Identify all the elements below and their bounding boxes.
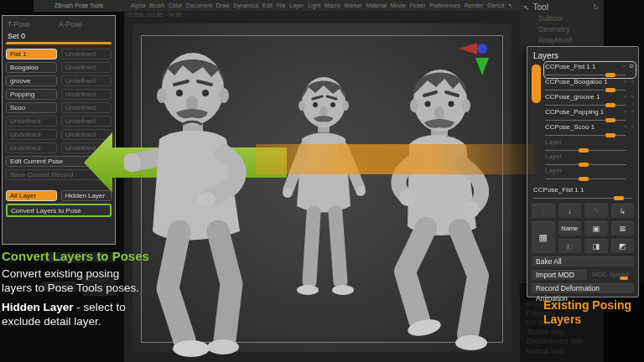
pose-button-undefined[interactable]: Undefined <box>61 116 112 127</box>
tool-item-geometry[interactable]: Geometry <box>538 24 604 35</box>
layer-row-groove[interactable]: CCPose_groove 1 ● ● <box>545 93 635 107</box>
menu-item-stencil[interactable]: Stencil <box>487 3 504 8</box>
pose-button-undefined[interactable]: Undefined <box>61 89 112 100</box>
pose-button-scoo[interactable]: Scoo <box>6 102 57 113</box>
duplicate-layer-button[interactable]: ▣ <box>584 220 609 236</box>
move-layer-down-button[interactable]: ↓ <box>558 203 583 219</box>
character-right <box>398 70 487 350</box>
menu-item-light[interactable]: Light <box>308 3 320 8</box>
pose-button-undefined[interactable]: Undefined <box>61 49 112 59</box>
layer-slider[interactable] <box>545 132 626 136</box>
record-toggle-icon[interactable]: ● <box>624 123 628 129</box>
pose-button-popping[interactable]: Popping <box>6 89 57 100</box>
split-to-layers-button[interactable]: ◩ <box>610 238 636 254</box>
convert-layers-to-pose-button[interactable]: Convert Layers to Pose <box>6 204 112 217</box>
record-toggle-icon[interactable]: ● <box>624 108 628 114</box>
visibility-toggle-icon[interactable]: ● <box>631 93 635 99</box>
pose-row: Fist 1 Undefined <box>6 49 112 59</box>
layer-row-boogaloo[interactable]: CCPose_Boogaloo 1 ● ● <box>545 78 635 92</box>
set-label[interactable]: Set 0 <box>8 32 112 40</box>
import-mdd-button[interactable]: Import MDD <box>531 269 588 281</box>
menu-item-material[interactable]: Material <box>366 3 387 8</box>
tool-item-subtool[interactable]: Subtool <box>538 13 604 24</box>
tool-cursor-icon: ↖ <box>523 3 530 12</box>
layer-slider[interactable] <box>545 147 626 151</box>
pose-button-undefined[interactable]: Undefined <box>6 116 57 127</box>
all-layer-button[interactable]: All Layer <box>6 190 57 201</box>
pose-button-fist1[interactable]: Fist 1 <box>6 49 57 59</box>
pose-button-undefined[interactable]: Undefined <box>61 75 112 86</box>
rename-layer-button[interactable]: Name <box>558 220 583 236</box>
menu-item-dynamics[interactable]: Dynamics <box>233 3 258 8</box>
record-toggle-icon[interactable]: ● <box>624 93 628 99</box>
delete-layer-button[interactable]: ⊠ <box>610 220 636 236</box>
redo-layer-button[interactable]: ↷ <box>584 203 609 219</box>
pose-button-undefined[interactable]: Undefined <box>61 62 112 73</box>
tool-item-displacement-map[interactable]: Displacement Map <box>527 337 584 346</box>
pose-button-undefined[interactable]: Undefined <box>6 142 57 153</box>
pose-tools-window-title[interactable]: ZBrush Pose Tools <box>34 0 124 12</box>
menu-item-picker[interactable]: Picker <box>410 3 426 8</box>
pose-button-boogaloo[interactable]: Boogaloo <box>6 62 57 73</box>
menu-item-edit[interactable]: Edit <box>262 3 273 8</box>
menu-item-draw[interactable]: Draw <box>216 3 230 8</box>
record-toggle-icon[interactable]: ● <box>622 63 626 69</box>
reload-icon[interactable]: ↻ <box>593 3 599 11</box>
layer-row-empty[interactable]: Layer <box>545 153 635 166</box>
layer-slider[interactable] <box>545 102 626 106</box>
split-layer-button[interactable]: ↳ <box>610 203 636 219</box>
layer-row-popping[interactable]: CCPose_Popping 1 ● ● <box>545 108 635 122</box>
new-layer-button[interactable]: ▦ <box>531 220 556 254</box>
pose-row: Popping Undefined <box>6 89 112 100</box>
move-layer-up-button[interactable]: ↑ <box>531 203 556 219</box>
pose-button-groove[interactable]: groove <box>6 75 57 86</box>
transfer-icon: ◨ <box>592 242 600 251</box>
menu-item-movie[interactable]: Movie <box>391 3 406 8</box>
menu-item-marker[interactable]: Marker <box>345 3 362 8</box>
pose-tools-panel: T-Pose A-Pose Set 0 Fist 1 Undefined Boo… <box>2 15 116 245</box>
layer-row-empty[interactable]: Layer <box>545 138 635 152</box>
annotation-existing-layers: Existing Posing Layers <box>543 298 631 327</box>
tool-item-normal-map[interactable]: Normal Map <box>527 347 584 356</box>
layers-panel-title[interactable]: Layers <box>533 51 635 60</box>
layer-name: CCPose_Scoo 1 <box>545 123 635 131</box>
menu-item-render[interactable]: Render <box>465 3 483 8</box>
menu-bar: Alpha Brush Color Document Draw Dynamics… <box>124 0 520 11</box>
tool-palette-title[interactable]: Tool <box>533 3 594 12</box>
layer-slider[interactable] <box>545 87 626 90</box>
menu-item-macro[interactable]: Macro <box>325 3 340 8</box>
tool-item-arraymesh[interactable]: ArrayMesh <box>538 35 604 46</box>
menu-item-document[interactable]: Document <box>186 3 212 8</box>
menu-item-file[interactable]: File <box>277 3 286 8</box>
active-layer-slider[interactable] <box>533 195 632 199</box>
mdd-speed-slider[interactable]: MDD Speed <box>590 269 635 281</box>
menu-item-brush[interactable]: Brush <box>149 3 164 8</box>
pose-button-undefined[interactable]: Undefined <box>61 102 112 113</box>
visibility-toggle-icon[interactable]: ● <box>631 123 635 129</box>
record-deformation-animation-button[interactable]: Record Deformation Animation <box>531 282 635 294</box>
tool-item-texture-map[interactable]: Texture Map <box>527 328 584 337</box>
layer-row-fist[interactable]: CCPose_Fist 1 1 ● ⊙ <box>545 63 635 77</box>
eye-icon[interactable]: ⊙ <box>629 63 635 69</box>
menu-item-color[interactable]: Color <box>169 3 182 8</box>
layer-slider[interactable] <box>545 72 626 75</box>
merge-down-button[interactable]: ◨ <box>584 238 609 254</box>
layer-slider[interactable] <box>545 117 626 121</box>
pose-button-undefined[interactable]: Undefined <box>6 129 57 140</box>
menu-item-preferences[interactable]: Preferences <box>429 3 460 8</box>
layer-row-empty[interactable]: Layer <box>545 167 635 180</box>
menu-item-layer[interactable]: Layer <box>289 3 304 8</box>
invert-layer-button[interactable]: ◧ <box>558 238 583 254</box>
layer-slider[interactable] <box>545 162 626 165</box>
visibility-toggle-icon[interactable]: ● <box>631 108 635 114</box>
set-slider[interactable] <box>6 42 112 44</box>
annotation-line: Layers <box>543 313 631 327</box>
redo-arrow-icon: ↷ <box>593 207 600 215</box>
layer-slider[interactable] <box>545 176 626 179</box>
menu-item-alpha[interactable]: Alpha <box>131 3 145 8</box>
record-toggle-icon[interactable]: ● <box>624 78 628 84</box>
visibility-toggle-icon[interactable]: ● <box>631 78 635 84</box>
column-header-t-pose: T-Pose <box>8 20 59 28</box>
layer-row-scoo[interactable]: CCPose_Scoo 1 ● ● <box>545 123 635 137</box>
bake-all-button[interactable]: Bake All <box>531 256 635 267</box>
